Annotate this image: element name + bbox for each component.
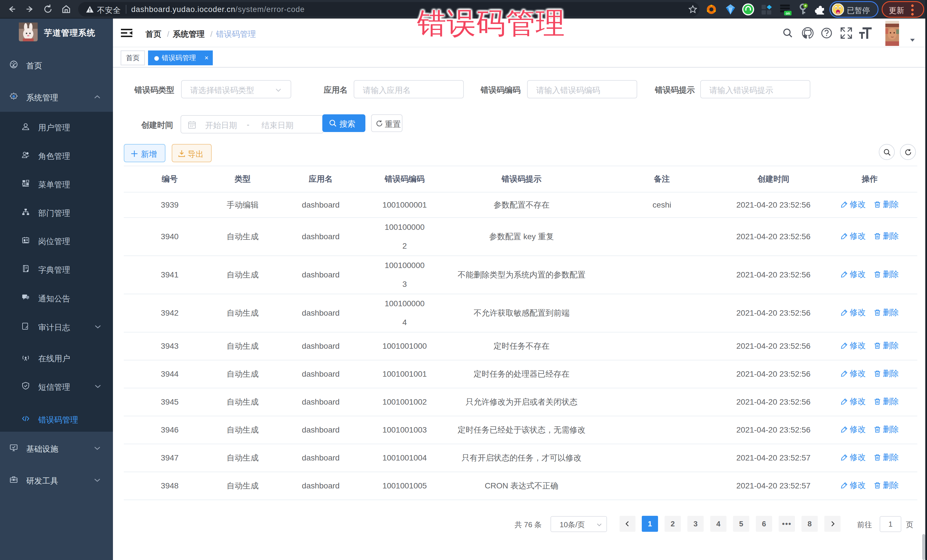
svg-text:on: on xyxy=(786,11,790,15)
